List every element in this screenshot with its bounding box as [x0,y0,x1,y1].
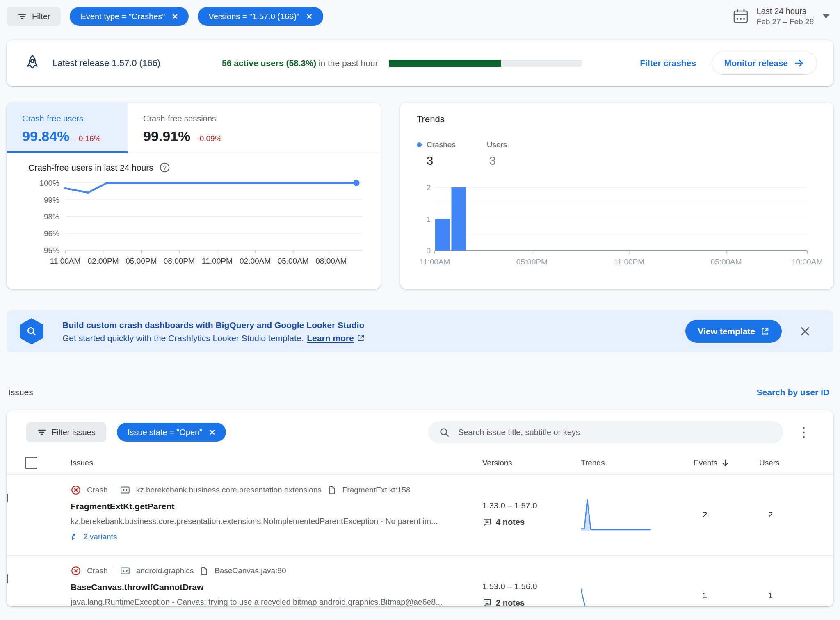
issue-row-fragmentextkt[interactable]: Crash kz.berekebank.business.core.presen… [7,475,833,556]
svg-text:0: 0 [426,246,431,255]
svg-text:02:00AM: 02:00AM [240,257,271,265]
external-link-icon [760,327,769,336]
chip-label: Issue state = "Open" [128,428,203,437]
column-header-events[interactable]: Events [677,458,743,467]
trends-card: Trends Crashes 3 Users 3 01211:00AM05:00… [400,103,833,289]
tab-label: Crash-free sessions [143,114,222,123]
calendar-icon [732,8,749,25]
issue-title[interactable]: BaseCanvas.throwIfCannotDraw [71,582,466,592]
svg-text:11:00PM: 11:00PM [614,258,644,266]
svg-text:08:00PM: 08:00PM [164,257,195,265]
close-icon[interactable]: ✕ [209,428,215,437]
search-by-user-id-link[interactable]: Search by user ID [757,388,829,397]
tab-label: Crash-free users [22,114,128,123]
divider [114,485,114,495]
date-range-title: Last 24 hours [757,7,814,16]
trends-bar-chart: 01211:00AM05:00PM11:00PM05:00AM10:00AM [417,181,831,269]
view-template-label: View template [698,326,755,336]
tab-crash-free-users[interactable]: Crash-free users 99.84% -0.16% [7,103,128,153]
active-users-progress-bar [389,60,582,67]
svg-text:11:00AM: 11:00AM [420,258,450,266]
trends-title: Trends [417,114,817,125]
column-header-users[interactable]: Users [743,458,833,467]
issues-section-heading: Issues [8,388,33,397]
more-options-icon[interactable]: ⋮ [797,426,810,439]
close-icon[interactable]: ✕ [171,12,178,21]
issue-subtitle: kz.berekebank.business.core.presentation… [71,517,466,526]
view-template-button[interactable]: View template [685,320,782,343]
svg-text:100%: 100% [39,179,59,187]
help-icon[interactable]: ? [159,162,170,173]
svg-text:95%: 95% [44,246,59,255]
crashlytics-dashboard: Filter Event type = "Crashes" ✕ Versions… [0,0,840,620]
issue-file: BaseCanvas.java:80 [215,566,286,575]
line-chart-title: Crash-free users in last 24 hours [28,163,153,173]
issue-row-basecanvas[interactable]: Crash android.graphics BaseCanvas.java:8… [7,556,833,606]
monitor-release-label: Monitor release [724,58,788,68]
learn-more-link[interactable]: Learn more [307,334,365,342]
close-icon[interactable] [799,325,811,337]
svg-text:08:00AM: 08:00AM [315,257,347,265]
search-icon [439,427,450,438]
svg-text:98%: 98% [44,212,59,221]
filter-issues-label: Filter issues [52,428,96,437]
crash-free-users-value: 99.84% [22,128,69,144]
issues-table-header: Issues Versions Trends Events Users [7,451,833,475]
file-icon [327,486,337,495]
legend-crashes[interactable]: Crashes 3 [417,140,456,168]
active-users-value: 56 active users (58.3%) [222,58,316,68]
variants-link[interactable]: 2 variants [71,532,466,541]
issue-events-count: 1 [677,565,743,600]
filter-button[interactable]: Filter [7,7,61,26]
row-checkbox[interactable] [7,494,8,502]
issue-notes[interactable]: 2 notes [482,598,564,606]
monitor-release-button[interactable]: Monitor release [712,52,817,75]
column-header-issues: Issues [56,458,466,467]
legend-users[interactable]: Users 3 [487,140,507,168]
banner-title: Build custom crash dashboards with BigQu… [62,321,365,329]
row-checkbox[interactable] [7,574,8,583]
issue-state-filter-chip[interactable]: Issue state = "Open" ✕ [117,423,226,442]
sort-desc-icon [721,458,730,467]
event-type-filter-chip[interactable]: Event type = "Crashes" ✕ [70,7,189,26]
issue-search-bar[interactable] [428,421,783,443]
svg-text:1: 1 [426,215,431,223]
issue-package: kz.berekebank.business.core.presentation… [136,486,322,495]
date-range-selector[interactable]: Last 24 hours Feb 27 – Feb 28 [732,7,829,26]
latest-release-banner: Latest release 1.57.0 (166) 56 active us… [7,40,833,86]
filter-issues-button[interactable]: Filter issues [26,422,106,442]
filter-crashes-link[interactable]: Filter crashes [640,58,696,68]
close-icon[interactable]: ✕ [306,12,313,21]
versions-filter-chip[interactable]: Versions = "1.57.0 (166)" ✕ [198,7,323,26]
issue-notes[interactable]: 4 notes [482,517,564,527]
crash-free-metrics-card: Crash-free users 99.84% -0.16% Crash-fre… [7,103,381,289]
bigquery-promo-banner: Build custom crash dashboards with BigQu… [7,310,833,352]
legend-dot-icon [417,142,422,147]
crash-icon [71,485,81,495]
select-all-checkbox[interactable] [25,457,37,469]
issue-users-count: 1 [743,565,833,600]
trends-legend: Crashes 3 Users 3 [417,140,817,168]
svg-text:?: ? [163,164,166,171]
users-count: 3 [489,154,507,168]
issue-search-input[interactable] [457,427,773,438]
divider [114,566,114,576]
svg-text:10:00AM: 10:00AM [792,258,823,266]
chevron-down-icon [823,14,829,18]
svg-text:96%: 96% [44,229,59,238]
tab-crash-free-sessions[interactable]: Crash-free sessions 99.91% -0.09% [128,103,247,153]
legend-label: Crashes [427,140,456,149]
issue-trend-sparkline [581,498,653,531]
issue-file: FragmentExt.kt:158 [342,486,411,495]
filter-icon [37,427,47,437]
note-icon [482,598,492,606]
bigquery-icon [20,318,43,344]
issue-title[interactable]: FragmentExtKt.getParent [71,501,466,511]
event-type-badge: Crash [87,486,108,495]
file-icon [199,566,209,576]
note-icon [482,517,492,527]
code-icon [120,485,130,495]
crashes-count: 3 [427,154,456,168]
crash-icon [71,565,81,576]
chip-label: Versions = "1.57.0 (166)" [208,12,299,21]
